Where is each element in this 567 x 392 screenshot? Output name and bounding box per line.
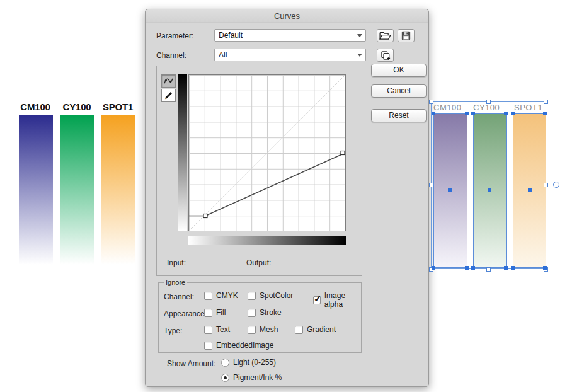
checkbox-icon — [204, 292, 212, 300]
curve-handle[interactable] — [341, 151, 345, 155]
checkbox-spotcolor[interactable]: SpotColor — [248, 291, 293, 300]
object-center-handle[interactable] — [528, 188, 532, 192]
chevron-down-icon — [357, 34, 362, 37]
curve-tool-icon — [163, 77, 174, 85]
ignore-legend: Ignore — [164, 279, 187, 286]
checkbox-label: SpotColor — [260, 291, 293, 300]
checkbox-icon — [248, 326, 256, 334]
object-anchor-handle[interactable] — [511, 266, 515, 270]
object-anchor-handle[interactable] — [465, 266, 469, 270]
curve-plot — [189, 75, 345, 231]
object-anchor-handle[interactable] — [471, 266, 475, 270]
pencil-icon — [164, 91, 173, 100]
checkbox-label: Mesh — [260, 325, 278, 334]
checkbox-icon — [204, 342, 212, 350]
curves-dialog: Curves Parameter: Default Channel: All — [145, 9, 429, 387]
swatch-bar[interactable] — [101, 115, 135, 265]
object-anchor-handle[interactable] — [504, 112, 508, 115]
object-anchor-handle[interactable] — [465, 112, 469, 115]
selection-handle[interactable] — [429, 183, 433, 187]
checkbox-gradient[interactable]: Gradient — [295, 325, 336, 334]
save-parameter-button[interactable] — [398, 29, 415, 42]
selection-handle[interactable] — [486, 267, 491, 272]
radio-light[interactable]: Light (0-255) — [221, 358, 276, 367]
object-anchor-handle[interactable] — [432, 266, 435, 270]
input-gradient-ramp — [188, 236, 346, 245]
checkbox-icon — [248, 309, 256, 317]
ignore-type-row-label: Type: — [164, 326, 182, 335]
selection-handle[interactable] — [544, 183, 548, 187]
pencil-tool-button[interactable] — [161, 89, 176, 102]
swatch-label[interactable]: SPOT1 — [100, 101, 135, 112]
checkbox-embeddedimage[interactable]: EmbeddedImage — [204, 341, 273, 350]
checkbox-label: Stroke — [260, 308, 282, 317]
reset-button[interactable]: Reset — [371, 109, 427, 122]
radio-label: Light (0-255) — [233, 358, 276, 367]
swatch-label-selected[interactable]: CY100 — [473, 103, 505, 113]
chevron-down-icon — [357, 54, 362, 57]
swatch-bar[interactable] — [19, 115, 53, 265]
checkbox-fill[interactable]: Fill — [204, 308, 226, 317]
checkbox-label: Text — [216, 325, 230, 334]
selection-handle[interactable] — [486, 100, 491, 104]
swatch-label-selected[interactable]: CM100 — [433, 103, 466, 113]
checkbox-mesh[interactable]: Mesh — [248, 325, 278, 334]
ok-button[interactable]: OK — [371, 64, 427, 77]
checkbox-cmyk[interactable]: CMYK — [204, 291, 238, 300]
checkbox-icon — [204, 326, 212, 334]
checkbox-label: CMYK — [216, 291, 238, 300]
curve-editor-group: Input: Output: — [156, 66, 362, 276]
curve-handle[interactable] — [203, 214, 207, 218]
load-parameter-button[interactable] — [377, 29, 394, 42]
curve-tool-button[interactable] — [161, 74, 176, 88]
copy-channel-button[interactable] — [377, 49, 394, 62]
swatch-label-selected[interactable]: SPOT1 — [514, 103, 546, 113]
radio-icon — [221, 359, 229, 367]
swatch-label[interactable]: CY100 — [59, 101, 94, 112]
checkbox-icon — [248, 292, 256, 300]
channel-value: All — [215, 50, 353, 59]
object-center-handle[interactable] — [448, 188, 452, 192]
checkbox-stroke[interactable]: Stroke — [248, 308, 282, 317]
object-center-handle[interactable] — [488, 188, 491, 192]
dialog-title: Curves — [146, 9, 428, 23]
input-label: Input: — [167, 258, 186, 267]
selection-handle[interactable] — [429, 100, 433, 104]
cancel-button[interactable]: Cancel — [371, 84, 427, 98]
object-anchor-handle[interactable] — [543, 112, 547, 115]
curve-grid[interactable] — [188, 74, 346, 231]
ignore-group: Ignore Channel: CMYK SpotColor Image alp… — [158, 282, 362, 353]
parameter-dropdown[interactable]: Default — [214, 29, 366, 42]
checkbox-label: Gradient — [307, 325, 336, 334]
checkbox-image-alpha[interactable]: Image alpha — [313, 291, 361, 309]
selection-handle[interactable] — [544, 100, 548, 104]
output-label: Output: — [246, 258, 271, 267]
ignore-appearance-row-label: Appearance: — [164, 309, 207, 318]
checkbox-label: Image alpha — [324, 291, 361, 309]
object-anchor-handle[interactable] — [432, 112, 435, 115]
swatch-label[interactable]: CM100 — [18, 101, 53, 112]
open-folder-icon — [379, 32, 391, 40]
object-anchor-handle[interactable] — [511, 112, 515, 115]
save-icon — [401, 31, 411, 40]
identity-line — [189, 75, 345, 231]
swatch-bar[interactable] — [60, 115, 94, 265]
checkbox-label: Fill — [216, 308, 226, 317]
parameter-value: Default — [215, 31, 353, 40]
curve-line[interactable] — [189, 153, 345, 216]
object-anchor-handle[interactable] — [504, 266, 508, 270]
radio-pigment-ink[interactable]: Pigment/Ink % — [221, 373, 282, 382]
channel-dropdown[interactable]: All — [214, 49, 366, 61]
checkbox-checked-icon — [313, 296, 321, 304]
object-anchor-handle[interactable] — [471, 112, 475, 115]
object-anchor-handle[interactable] — [543, 266, 547, 270]
checkbox-icon — [295, 326, 303, 334]
checkbox-icon — [204, 309, 212, 317]
radio-label: Pigment/Ink % — [233, 373, 282, 382]
ignore-channel-row-label: Channel: — [164, 292, 194, 301]
checkbox-text[interactable]: Text — [204, 325, 230, 334]
rotate-handle[interactable] — [553, 182, 559, 188]
show-amount-label: Show Amount: — [167, 359, 215, 368]
radio-selected-icon — [221, 374, 229, 382]
application-canvas: CM100 CY100 SPOT1 Curves Parameter: Defa… — [0, 0, 567, 392]
